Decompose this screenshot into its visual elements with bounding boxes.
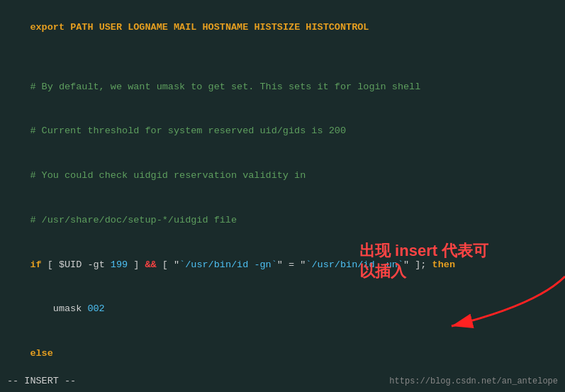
insert-label: -- INSERT -- [7, 376, 76, 386]
code-comment-1: # By default, we want umask to get set. … [7, 65, 558, 110]
annotation-arrow [409, 269, 565, 340]
code-comment-2: # Current threshold for system reserved … [7, 109, 558, 154]
code-line-1: export PATH USER LOGNAME MAIL HOSTNAME H… [7, 6, 558, 50]
url-label: https://blog.csdn.net/an_antelope [389, 376, 558, 386]
code-comment-3: # You could check uidgid reservation val… [7, 154, 558, 198]
insert-bar: -- INSERT -- https://blog.csdn.net/an_an… [0, 369, 565, 392]
blank-line [7, 50, 558, 65]
terminal: export PATH USER LOGNAME MAIL HOSTNAME H… [0, 0, 565, 392]
keyword-path: PATH [70, 22, 93, 33]
keyword-export: export [30, 22, 65, 33]
code-comment-4: # /usr/share/doc/setup-*/uidgid file [7, 198, 558, 243]
